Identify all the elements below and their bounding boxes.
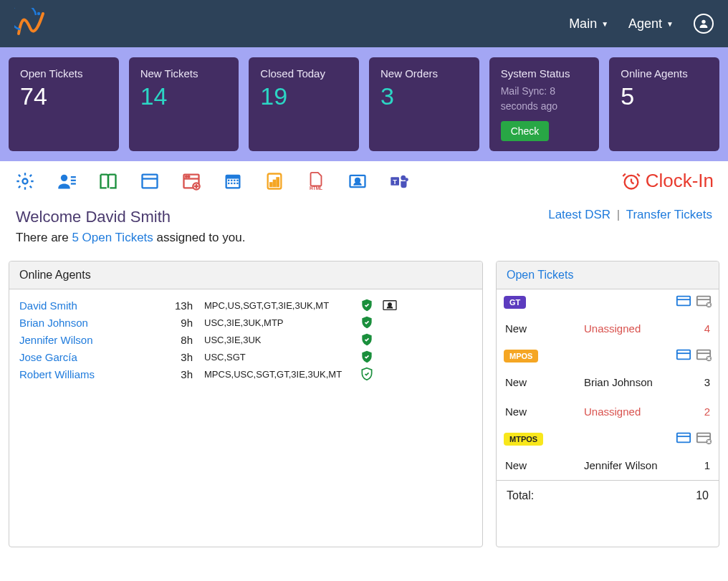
stat-new-tickets[interactable]: New Tickets 14: [129, 57, 239, 151]
user-profile-button[interactable]: [694, 14, 714, 34]
stat-open-tickets[interactable]: Open Tickets 74: [9, 57, 119, 151]
app-logo: [14, 8, 46, 39]
svg-point-0: [37, 12, 40, 15]
user-card-icon[interactable]: [347, 171, 368, 192]
check-button[interactable]: Check: [501, 121, 550, 141]
clock-in-button[interactable]: Clock-In: [621, 170, 714, 192]
agent-hours: 3h: [170, 351, 204, 363]
agent-codes: USC,3IE,3UK: [204, 335, 355, 345]
main-panels: Online Agents David Smith13hMPC,US,SGT,G…: [0, 261, 728, 562]
welcome-subtitle: There are 5 Open Tickets assigned to you…: [16, 231, 548, 245]
agent-name-link[interactable]: Brian Johnson: [19, 317, 170, 329]
stat-new-orders[interactable]: New Orders 3: [369, 57, 479, 151]
agent-row: Brian Johnson9hUSC,3IE,3UK,MTP: [19, 314, 472, 331]
welcome-title: Welcome David Smith: [16, 208, 548, 226]
svg-rect-20: [231, 179, 232, 181]
open-tickets-link[interactable]: 5 Open Tickets: [72, 231, 153, 244]
ticket-row[interactable]: NewJennifer Wilson1: [497, 451, 719, 480]
open-tickets-total-row: Total: 10: [497, 480, 719, 511]
svg-point-11: [186, 176, 187, 177]
shield-icon: [355, 298, 379, 312]
shield-icon: [355, 315, 379, 330]
ticket-count: 4: [689, 322, 710, 335]
nav-agent-menu[interactable]: Agent ▼: [628, 16, 674, 32]
stat-label: New Orders: [380, 67, 468, 80]
caret-down-icon: ▼: [666, 20, 674, 28]
ticket-assignee: Unassigned: [584, 322, 689, 335]
ticket-section: MTPOSNewJennifer Wilson1: [497, 426, 719, 480]
agent-hours: 3h: [170, 368, 204, 380]
window-icon[interactable]: [676, 347, 691, 365]
stat-sub: Mail Sync: 8 seconds ago: [501, 84, 588, 114]
svg-rect-29: [274, 180, 275, 186]
svg-rect-28: [270, 183, 272, 186]
stat-value: 19: [260, 82, 348, 110]
stat-label: Closed Today: [260, 67, 348, 80]
agent-hours: 9h: [170, 317, 204, 329]
stat-closed-today[interactable]: Closed Today 19: [249, 57, 359, 151]
html-file-icon[interactable]: HTML: [305, 171, 327, 192]
window-icon[interactable]: [676, 431, 691, 448]
window-icon[interactable]: [676, 294, 691, 311]
stat-online-agents[interactable]: Online Agents 5: [609, 57, 719, 151]
window-close-icon[interactable]: [696, 431, 712, 448]
agent-row: Robert Williams3hMPCS,USC,SGT,GT,3IE,3UK…: [19, 365, 472, 383]
svg-text:T: T: [393, 178, 397, 185]
ticket-status: New: [505, 322, 584, 335]
users-icon[interactable]: [56, 171, 77, 192]
stat-label: New Tickets: [140, 67, 228, 80]
window-close-icon[interactable]: [696, 347, 712, 365]
open-tickets-panel: Open Tickets GTNewUnassigned4MPOSNewBria…: [496, 261, 719, 547]
svg-line-42: [637, 173, 640, 176]
agent-name-link[interactable]: Jose García: [19, 351, 170, 363]
id-card-icon[interactable]: [379, 299, 401, 312]
agent-name-link[interactable]: Robert Williams: [19, 368, 170, 380]
teams-icon[interactable]: T: [388, 171, 410, 192]
shield-icon: [355, 332, 379, 347]
svg-text:HTML: HTML: [310, 186, 322, 191]
gear-icon[interactable]: [14, 171, 36, 192]
section-badge: MTPOS: [504, 433, 543, 446]
stat-label: Open Tickets: [20, 67, 107, 80]
book-icon[interactable]: [97, 171, 119, 192]
ticket-row[interactable]: NewBrian Johnson3: [497, 368, 719, 397]
svg-rect-21: [234, 179, 235, 181]
ticket-status: New: [505, 376, 584, 388]
ticket-row[interactable]: NewUnassigned4: [497, 314, 719, 343]
agent-row: Jose García3hUSC,SGT: [19, 348, 472, 365]
toolbar: HTML T Clock-In: [0, 161, 728, 198]
ticket-section: MPOSNewBrian Johnson3NewUnassigned2: [497, 343, 719, 426]
svg-rect-6: [71, 183, 76, 184]
open-tickets-header[interactable]: Open Tickets: [497, 261, 719, 289]
stat-value: 74: [20, 82, 107, 110]
stat-value: 5: [621, 82, 708, 110]
user-icon: [698, 18, 709, 29]
svg-rect-22: [236, 179, 238, 181]
svg-rect-7: [143, 174, 158, 188]
ticket-assignee: Brian Johnson: [584, 376, 689, 388]
agent-codes: MPCS,USC,SGT,GT,3IE,3UK,MT: [204, 369, 355, 380]
window-close-icon[interactable]: [696, 294, 712, 311]
stat-label: System Status: [501, 67, 588, 80]
agent-name-link[interactable]: Jennifer Wilson: [19, 334, 170, 346]
agent-name-link[interactable]: David Smith: [19, 299, 170, 312]
agent-codes: MPC,US,SGT,GT,3IE,3UK,MT: [204, 300, 355, 311]
calendar-icon[interactable]: [222, 171, 244, 192]
latest-dsr-link[interactable]: Latest DSR: [548, 208, 610, 221]
welcome-sub-prefix: There are: [16, 231, 72, 244]
chart-file-icon[interactable]: [264, 171, 285, 192]
link-divider: |: [617, 208, 620, 221]
window-add-icon[interactable]: [181, 171, 202, 192]
transfer-tickets-link[interactable]: Transfer Tickets: [626, 208, 712, 221]
agent-row: David Smith13hMPC,US,SGT,GT,3IE,3UK,MT: [19, 297, 472, 314]
window-icon[interactable]: [139, 171, 161, 192]
svg-point-3: [61, 174, 67, 181]
top-navbar: Main ▼ Agent ▼: [0, 0, 728, 47]
agent-hours: 13h: [170, 299, 204, 312]
svg-rect-5: [71, 179, 76, 181]
stats-row: Open Tickets 74 New Tickets 14 Closed To…: [0, 47, 728, 161]
nav-main-menu[interactable]: Main ▼: [569, 16, 608, 32]
ticket-count: 3: [689, 376, 710, 388]
ticket-row[interactable]: NewUnassigned2: [497, 397, 719, 426]
open-tickets-body: GTNewUnassigned4MPOSNewBrian Johnson3New…: [497, 289, 719, 480]
